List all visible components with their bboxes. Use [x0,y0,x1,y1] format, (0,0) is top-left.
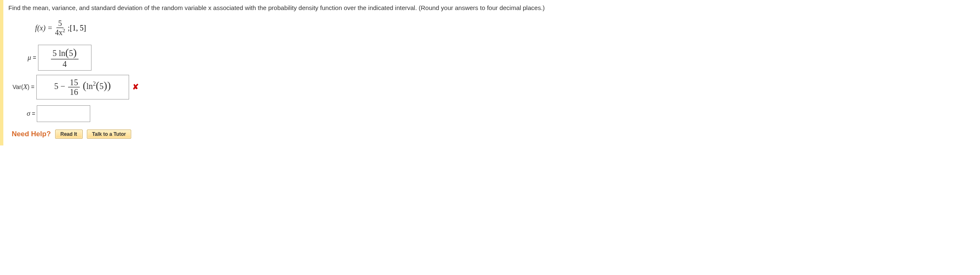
formula-lhs: f(x) = [35,24,53,33]
mean-value-den: 4 [61,59,69,69]
formula-fraction: 5 4x2 [53,20,67,38]
question-prompt: Find the mean, variance, and standard de… [8,3,964,13]
mean-value-num: 5 ln(5) [51,47,79,59]
mean-label: μ = [28,53,36,62]
variance-value: 5 − 15 16 (ln2(5)) [54,78,111,97]
help-label: Need Help? [12,130,51,138]
help-row: Need Help? Read It Talk to a Tutor [12,130,964,139]
prompt-text: Find the mean, variance, and standard de… [8,4,545,11]
formula-num: 5 [56,20,63,28]
variance-row: Var(X) = 5 − 15 16 (ln2(5)) ✘ [13,75,964,99]
question-container: Find the mean, variance, and standard de… [0,0,969,145]
talk-tutor-button[interactable]: Talk to a Tutor [87,130,132,139]
formula-interval: [1, 5] [70,24,86,33]
mean-input[interactable]: 5 ln(5) 4 [38,45,91,71]
sigma-label: σ = [27,109,35,118]
pdf-formula: f(x) = 5 4x2 ; [1, 5] [35,20,964,38]
mean-value-frac: 5 ln(5) 4 [51,47,79,69]
variance-label: Var(X) = [13,83,35,91]
formula-den: 4x2 [53,28,67,37]
variance-input[interactable]: 5 − 15 16 (ln2(5)) [36,75,129,99]
read-it-button[interactable]: Read It [55,130,83,139]
sigma-input[interactable] [37,105,90,122]
wrong-icon: ✘ [132,82,139,92]
sigma-row: σ = [27,105,964,122]
mean-row: μ = 5 ln(5) 4 [28,45,964,71]
variance-frac: 15 16 [68,78,80,97]
